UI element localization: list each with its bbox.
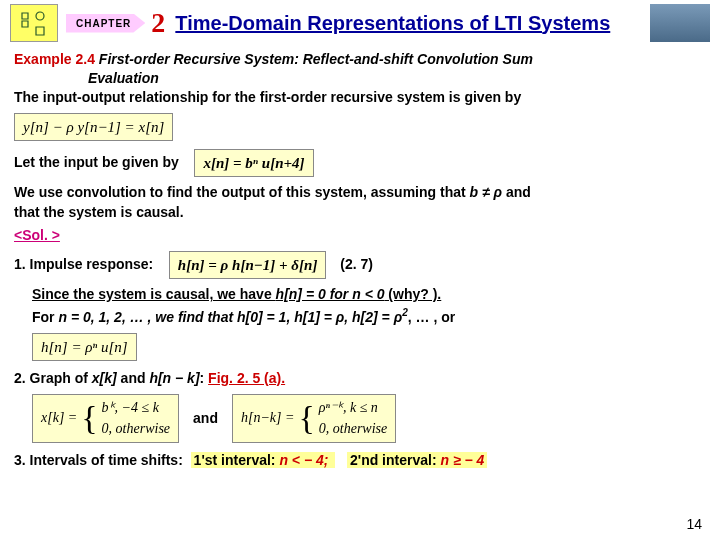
slide-title: Time-Domain Representations of LTI Syste… [175, 12, 642, 35]
since-text: Since the system is causal, we have [32, 286, 276, 302]
example-heading: Example 2.4 First-order Recursive System… [14, 50, 706, 69]
university-logo [10, 4, 58, 42]
example-subtitle: Evaluation [88, 69, 706, 88]
since-tail: (why? ). [384, 286, 441, 302]
for-line: For n = 0, 1, 2, … , we find that h[0] =… [32, 306, 706, 327]
case-xk: x[k] = { bᵏ, −4 ≤ k 0, otherwise [32, 394, 179, 444]
step-3: 3. Intervals of time shifts: 1'st interv… [14, 451, 706, 470]
xk-case2: 0, otherwise [102, 420, 170, 439]
step3-label: 3. Intervals of time shifts: [14, 452, 183, 468]
xk-case1: bᵏ, −4 ≤ k [102, 399, 170, 418]
tower-image [650, 4, 710, 42]
eq-hn: h[n] = ρⁿ u[n] [32, 331, 706, 363]
s2b: x[k] [92, 370, 117, 386]
hk-case2: 0, otherwise [319, 420, 387, 439]
let-text: Let the input be given by [14, 154, 179, 170]
brace-icon-2: { [298, 403, 314, 434]
s2a: 2. Graph of [14, 370, 92, 386]
slide-header: CHAPTER 2 Time-Domain Representations of… [0, 0, 720, 44]
step-2: 2. Graph of x[k] and h[n − k]: Fig. 2. 5… [14, 369, 706, 388]
equation-system: y[n] − ρ y[n−1] = x[n] [14, 113, 173, 141]
since-line: Since the system is causal, we have h[n]… [32, 285, 706, 304]
interval-2: 2'nd interval: n ≥ − 4 [347, 452, 487, 468]
conv-line-2: that the system is causal. [14, 203, 706, 222]
int1b: n < − 4; [279, 452, 328, 468]
step1-label: 1. Impulse response: [14, 256, 153, 272]
conv-and: and [502, 184, 531, 200]
xk-lhs: x[k] = [41, 409, 77, 428]
fig-ref: Fig. 2. 5 (a). [208, 370, 285, 386]
chapter-number: 2 [151, 7, 165, 39]
chapter-label: CHAPTER [66, 14, 145, 33]
since-cond: h[n] = 0 for n < 0 [276, 286, 385, 302]
relationship-text: The input-output relationship for the fi… [14, 88, 706, 107]
equation-input: x[n] = bⁿ u[n+4] [194, 149, 313, 177]
for-tail: , … , or [408, 309, 455, 325]
interval-1: 1'st interval: n < − 4; [191, 452, 336, 468]
conv-text-1: We use convolution to find the output of… [14, 184, 470, 200]
input-line: Let the input be given by x[n] = bⁿ u[n+… [14, 147, 706, 179]
int2b: n ≥ − 4 [440, 452, 484, 468]
equation-hn: h[n] = ρⁿ u[n] [32, 333, 137, 361]
equation-impulse: h[n] = ρ h[n−1] + δ[n] [169, 251, 327, 279]
int1a: 1'st interval: [194, 452, 280, 468]
logo-icon [14, 7, 54, 39]
eq-ref-27: (2. 7) [340, 256, 373, 272]
for-values: n = 0, 1, 2, … , we find that h[0] = 1, … [58, 309, 402, 325]
hk-lhs: h[n−k] = [241, 409, 295, 428]
solution-tag: <Sol. > [14, 226, 706, 245]
int2a: 2'nd interval: [350, 452, 440, 468]
case-hk: h[n−k] = { ρⁿ⁻ᵏ, k ≤ n 0, otherwise [232, 394, 396, 444]
brace-icon: { [81, 403, 97, 434]
hk-case1: ρⁿ⁻ᵏ, k ≤ n [319, 399, 387, 418]
conv-bneq: b ≠ ρ [470, 184, 503, 200]
page-number: 14 [686, 516, 702, 532]
cases-row: x[k] = { bᵏ, −4 ≤ k 0, otherwise and h[n… [32, 392, 706, 446]
example-title: First-order Recursive System: Reflect-an… [95, 51, 533, 67]
s2d: h[n − k] [149, 370, 199, 386]
step-1: 1. Impulse response: h[n] = ρ h[n−1] + δ… [14, 249, 706, 281]
slide-body: Example 2.4 First-order Recursive System… [0, 44, 720, 470]
and-text: and [193, 409, 218, 428]
conv-line-1: We use convolution to find the output of… [14, 183, 706, 202]
s2e: : [200, 370, 209, 386]
svg-rect-0 [14, 7, 54, 39]
for-label: For [32, 309, 58, 325]
s2c: and [117, 370, 150, 386]
example-tag: Example 2.4 [14, 51, 95, 67]
